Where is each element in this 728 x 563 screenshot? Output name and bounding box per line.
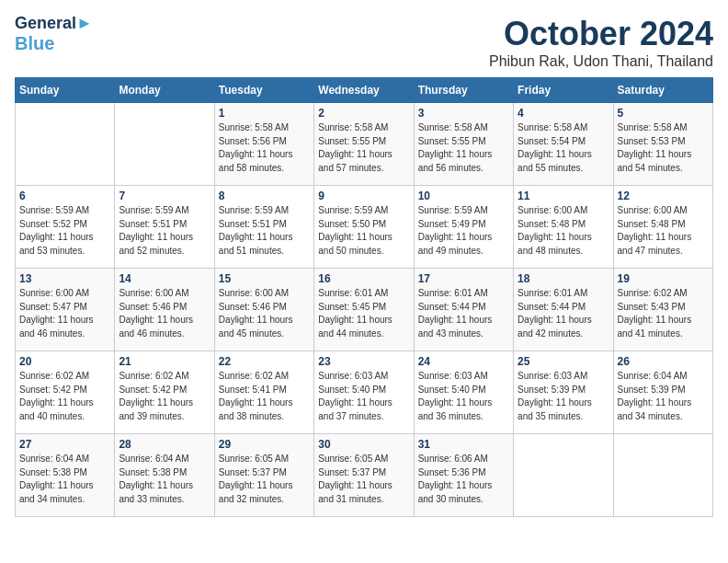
calendar-cell bbox=[613, 434, 712, 517]
day-number: 10 bbox=[418, 190, 509, 202]
day-info: Sunrise: 6:05 AMSunset: 5:37 PMDaylight:… bbox=[219, 453, 310, 506]
calendar-cell: 5Sunrise: 5:58 AMSunset: 5:53 PMDaylight… bbox=[613, 103, 712, 186]
calendar-cell: 22Sunrise: 6:02 AMSunset: 5:41 PMDayligh… bbox=[214, 351, 313, 434]
calendar-cell: 2Sunrise: 5:58 AMSunset: 5:55 PMDaylight… bbox=[314, 103, 414, 186]
weekday-header-wednesday: Wednesday bbox=[314, 78, 414, 103]
day-number: 26 bbox=[618, 355, 709, 368]
calendar-cell: 26Sunrise: 6:04 AMSunset: 5:39 PMDayligh… bbox=[613, 351, 712, 434]
day-info: Sunrise: 5:59 AMSunset: 5:49 PMDaylight:… bbox=[418, 204, 509, 258]
logo-text: General► bbox=[15, 15, 93, 33]
day-number: 20 bbox=[19, 355, 110, 368]
calendar-cell: 27Sunrise: 6:04 AMSunset: 5:38 PMDayligh… bbox=[16, 434, 115, 517]
calendar-body: 1Sunrise: 5:58 AMSunset: 5:56 PMDaylight… bbox=[16, 103, 713, 517]
calendar-cell: 29Sunrise: 6:05 AMSunset: 5:37 PMDayligh… bbox=[214, 434, 313, 517]
calendar-table: SundayMondayTuesdayWednesdayThursdayFrid… bbox=[15, 77, 713, 517]
day-number: 25 bbox=[518, 355, 609, 368]
calendar-cell: 8Sunrise: 5:59 AMSunset: 5:51 PMDaylight… bbox=[214, 186, 313, 269]
day-number: 12 bbox=[618, 190, 709, 202]
day-info: Sunrise: 6:02 AMSunset: 5:43 PMDaylight:… bbox=[618, 287, 709, 340]
day-number: 29 bbox=[219, 438, 310, 451]
day-info: Sunrise: 6:05 AMSunset: 5:37 PMDaylight:… bbox=[318, 453, 409, 506]
calendar-cell: 21Sunrise: 6:02 AMSunset: 5:42 PMDayligh… bbox=[115, 351, 214, 434]
day-number: 7 bbox=[119, 190, 210, 202]
day-number: 17 bbox=[418, 272, 509, 285]
day-number: 11 bbox=[518, 190, 609, 202]
day-info: Sunrise: 6:00 AMSunset: 5:48 PMDaylight:… bbox=[618, 204, 709, 258]
weekday-header-friday: Friday bbox=[514, 78, 613, 103]
weekday-header-row: SundayMondayTuesdayWednesdayThursdayFrid… bbox=[16, 78, 713, 103]
day-info: Sunrise: 6:03 AMSunset: 5:39 PMDaylight:… bbox=[518, 370, 609, 423]
day-info: Sunrise: 6:02 AMSunset: 5:42 PMDaylight:… bbox=[19, 370, 110, 423]
day-number: 8 bbox=[219, 190, 310, 202]
calendar-week-row: 13Sunrise: 6:00 AMSunset: 5:47 PMDayligh… bbox=[16, 269, 713, 351]
page-header: General► Blue October 2024 Phibun Rak, U… bbox=[15, 15, 713, 70]
day-number: 2 bbox=[318, 107, 409, 120]
day-number: 5 bbox=[618, 107, 709, 120]
calendar-cell: 24Sunrise: 6:03 AMSunset: 5:40 PMDayligh… bbox=[414, 351, 513, 434]
calendar-cell: 23Sunrise: 6:03 AMSunset: 5:40 PMDayligh… bbox=[314, 351, 414, 434]
calendar-cell: 18Sunrise: 6:01 AMSunset: 5:44 PMDayligh… bbox=[514, 269, 613, 351]
day-number: 21 bbox=[119, 355, 210, 368]
day-number: 15 bbox=[219, 272, 310, 285]
weekday-header-sunday: Sunday bbox=[16, 78, 115, 103]
day-info: Sunrise: 5:58 AMSunset: 5:53 PMDaylight:… bbox=[618, 121, 709, 175]
day-info: Sunrise: 6:03 AMSunset: 5:40 PMDaylight:… bbox=[418, 370, 509, 423]
day-number: 24 bbox=[418, 355, 509, 368]
day-info: Sunrise: 5:58 AMSunset: 5:54 PMDaylight:… bbox=[518, 121, 609, 175]
day-number: 19 bbox=[618, 272, 709, 285]
day-info: Sunrise: 6:02 AMSunset: 5:42 PMDaylight:… bbox=[119, 370, 210, 423]
calendar-cell: 17Sunrise: 6:01 AMSunset: 5:44 PMDayligh… bbox=[414, 269, 513, 351]
day-info: Sunrise: 6:00 AMSunset: 5:48 PMDaylight:… bbox=[518, 204, 609, 258]
location-title: Phibun Rak, Udon Thani, Thailand bbox=[489, 53, 713, 70]
calendar-cell: 16Sunrise: 6:01 AMSunset: 5:45 PMDayligh… bbox=[314, 269, 414, 351]
day-number: 28 bbox=[119, 438, 210, 451]
calendar-cell: 12Sunrise: 6:00 AMSunset: 5:48 PMDayligh… bbox=[613, 186, 712, 269]
calendar-cell: 30Sunrise: 6:05 AMSunset: 5:37 PMDayligh… bbox=[314, 434, 414, 517]
day-info: Sunrise: 6:00 AMSunset: 5:47 PMDaylight:… bbox=[19, 287, 110, 340]
day-info: Sunrise: 6:01 AMSunset: 5:44 PMDaylight:… bbox=[418, 287, 509, 340]
day-number: 14 bbox=[119, 272, 210, 285]
weekday-header-saturday: Saturday bbox=[613, 78, 712, 103]
day-number: 4 bbox=[518, 107, 609, 120]
day-info: Sunrise: 6:04 AMSunset: 5:38 PMDaylight:… bbox=[119, 453, 210, 506]
day-number: 22 bbox=[219, 355, 310, 368]
calendar-cell: 15Sunrise: 6:00 AMSunset: 5:46 PMDayligh… bbox=[214, 269, 313, 351]
calendar-cell bbox=[115, 103, 214, 186]
day-number: 23 bbox=[318, 355, 409, 368]
calendar-cell: 28Sunrise: 6:04 AMSunset: 5:38 PMDayligh… bbox=[115, 434, 214, 517]
day-info: Sunrise: 5:58 AMSunset: 5:56 PMDaylight:… bbox=[219, 121, 310, 175]
calendar-cell: 11Sunrise: 6:00 AMSunset: 5:48 PMDayligh… bbox=[514, 186, 613, 269]
logo: General► Blue bbox=[15, 15, 93, 53]
day-number: 9 bbox=[318, 190, 409, 202]
calendar-cell: 14Sunrise: 6:00 AMSunset: 5:46 PMDayligh… bbox=[115, 269, 214, 351]
day-info: Sunrise: 5:58 AMSunset: 5:55 PMDaylight:… bbox=[418, 121, 509, 175]
calendar-cell: 10Sunrise: 5:59 AMSunset: 5:49 PMDayligh… bbox=[414, 186, 513, 269]
day-info: Sunrise: 6:01 AMSunset: 5:44 PMDaylight:… bbox=[518, 287, 609, 340]
day-info: Sunrise: 6:04 AMSunset: 5:38 PMDaylight:… bbox=[19, 453, 110, 506]
calendar-cell: 9Sunrise: 5:59 AMSunset: 5:50 PMDaylight… bbox=[314, 186, 414, 269]
day-info: Sunrise: 6:00 AMSunset: 5:46 PMDaylight:… bbox=[219, 287, 310, 340]
day-info: Sunrise: 6:02 AMSunset: 5:41 PMDaylight:… bbox=[219, 370, 310, 423]
day-number: 1 bbox=[219, 107, 310, 120]
month-title: October 2024 bbox=[489, 15, 713, 53]
calendar-cell bbox=[16, 103, 115, 186]
day-number: 31 bbox=[418, 438, 509, 451]
day-number: 30 bbox=[318, 438, 409, 451]
calendar-week-row: 1Sunrise: 5:58 AMSunset: 5:56 PMDaylight… bbox=[16, 103, 713, 186]
calendar-cell: 7Sunrise: 5:59 AMSunset: 5:51 PMDaylight… bbox=[115, 186, 214, 269]
title-block: October 2024 Phibun Rak, Udon Thani, Tha… bbox=[489, 15, 713, 70]
day-number: 27 bbox=[19, 438, 110, 451]
day-info: Sunrise: 6:01 AMSunset: 5:45 PMDaylight:… bbox=[318, 287, 409, 340]
calendar-cell: 19Sunrise: 6:02 AMSunset: 5:43 PMDayligh… bbox=[613, 269, 712, 351]
calendar-week-row: 27Sunrise: 6:04 AMSunset: 5:38 PMDayligh… bbox=[16, 434, 713, 517]
calendar-week-row: 20Sunrise: 6:02 AMSunset: 5:42 PMDayligh… bbox=[16, 351, 713, 434]
day-info: Sunrise: 6:00 AMSunset: 5:46 PMDaylight:… bbox=[119, 287, 210, 340]
weekday-header-monday: Monday bbox=[115, 78, 214, 103]
day-info: Sunrise: 5:59 AMSunset: 5:51 PMDaylight:… bbox=[119, 204, 210, 258]
calendar-cell: 31Sunrise: 6:06 AMSunset: 5:36 PMDayligh… bbox=[414, 434, 513, 517]
weekday-header-tuesday: Tuesday bbox=[214, 78, 313, 103]
day-number: 16 bbox=[318, 272, 409, 285]
calendar-cell: 6Sunrise: 5:59 AMSunset: 5:52 PMDaylight… bbox=[16, 186, 115, 269]
day-number: 3 bbox=[418, 107, 509, 120]
day-number: 18 bbox=[518, 272, 609, 285]
